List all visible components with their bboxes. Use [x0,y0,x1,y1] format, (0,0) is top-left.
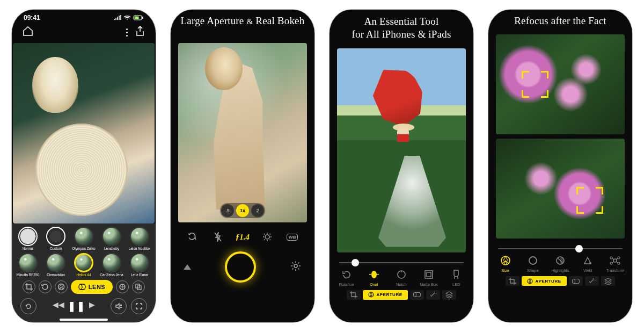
slider-knob[interactable] [352,259,359,266]
lens-leitz-elmar[interactable]: Leitz Elmar [126,253,153,277]
nav-wand-icon[interactable] [426,290,440,300]
lens-label: Normal [23,247,34,251]
tab-transform[interactable]: Transform [602,255,628,273]
slider[interactable] [498,248,623,249]
svg-rect-13 [427,272,431,277]
tab-label: Highlights [552,268,569,273]
tab-label: Notch [396,282,407,287]
lens-label: Cineovision [47,273,65,277]
tab-label: Matte Box [420,282,438,287]
tab-label: Oval [370,282,378,287]
wifi-icon [123,15,131,20]
nav-lens-icon[interactable] [569,276,583,286]
aperture-f-button[interactable]: ƒ1.4 [236,231,250,243]
transform-icon [609,255,621,266]
prev-button[interactable]: ◀◀ [53,300,64,312]
tab-size[interactable]: Size [492,255,519,273]
lens-label: Minolta RF250 [17,273,39,277]
svg-point-4 [79,284,82,290]
settings-button[interactable] [290,260,302,274]
nav-crop-icon[interactable] [506,276,519,286]
nav-crop-icon[interactable] [347,290,361,300]
tab-highlights[interactable]: Highlights [547,255,574,273]
lens-lensbaby[interactable]: Lensbaby [98,227,125,251]
slider[interactable] [339,262,464,263]
tab-label: Rotation [339,282,354,287]
mute-button[interactable] [111,298,127,314]
tab-oval[interactable]: Oval [361,269,387,287]
kebab-menu-button[interactable] [126,28,128,37]
wb-button[interactable]: WB [286,231,299,243]
photo-viewport[interactable]: .51x2 [178,43,307,222]
svg-point-26 [572,279,575,283]
tab-shape[interactable]: Shape [519,255,546,273]
photo-viewport[interactable] [337,48,466,252]
photo-bottom[interactable] [496,139,625,239]
pause-button[interactable]: ❚❚ [68,300,86,312]
tab-led[interactable]: LED [443,269,470,287]
lens-thumbnail [102,253,121,272]
lens-olympus-zuiko[interactable]: Olympus Zuiko [70,227,97,251]
flash-off-button[interactable] [211,231,225,243]
collapse-button[interactable] [184,264,191,270]
mode-overlay-button[interactable] [132,280,145,293]
mode-color-button[interactable] [116,280,129,293]
lens-carlzeiss-jena[interactable]: CarlZeiss Jena [98,253,125,277]
signal-icon [114,15,121,20]
lens-minolta-rf250[interactable]: Minolta RF250 [14,253,41,277]
svg-rect-2 [142,17,143,19]
svg-point-10 [371,271,377,278]
tab-vivid[interactable]: Vivid [574,255,601,273]
tab-label: LED [452,282,460,287]
zoom-2[interactable]: 2 [251,204,264,217]
fullscreen-button[interactable] [131,298,147,314]
tab-label: Vivid [583,268,592,273]
slider-knob[interactable] [575,245,583,252]
lens-thumbnail [102,227,121,246]
mode-loop-button[interactable] [39,280,52,293]
refresh-button[interactable] [186,231,200,243]
focus-indicator-top[interactable] [522,71,548,98]
lens-thumbnail [18,253,38,272]
lens-thumbnail [130,253,149,272]
top-bar [12,23,156,43]
nav-lens-icon[interactable] [410,290,424,300]
focus-indicator-bottom[interactable] [576,187,603,214]
nav-aperture-pill[interactable]: APERTURE [363,290,407,300]
mode-aperture-button[interactable] [55,280,68,293]
zoom-selector[interactable]: .51x2 [220,203,265,218]
nav-layers-icon[interactable] [601,276,615,286]
home-button[interactable] [23,26,33,38]
lens-helios-44[interactable]: Helios 44 [70,253,97,277]
matte-icon [422,269,435,280]
mode-crop-button[interactable] [23,280,35,293]
exposure-button[interactable] [260,231,274,243]
tool-row: ƒ1.4 WB [171,222,314,243]
shutter-button[interactable] [225,251,256,283]
photo-top[interactable] [496,34,625,134]
svg-rect-12 [425,271,433,278]
lens-cineovision[interactable]: Cineovision [42,253,69,277]
nav-wand-icon[interactable] [585,276,599,286]
lens-thumbnail [46,253,65,272]
zoom-.5[interactable]: .5 [221,204,234,217]
tab-rotation[interactable]: Rotation [333,269,360,287]
lens-custom[interactable]: Custom [42,227,69,251]
mode-lens-pill[interactable]: LENS [71,280,113,294]
tab-notch[interactable]: Notch [388,269,415,287]
lens-label: Leica Noctilux [129,247,150,251]
tab-matte-box[interactable]: Matte Box [415,269,442,287]
lens-thumbnail [74,253,93,272]
tab-label: Transform [606,268,624,273]
lens-normal[interactable]: Normal [14,227,41,251]
nav-aperture-pill[interactable]: APERTURE [522,276,566,286]
lens-label: CarlZeiss Jena [100,273,123,277]
next-button[interactable]: ▶ [89,300,95,312]
nav-layers-icon[interactable] [442,290,456,300]
share-button[interactable] [135,26,145,39]
zoom-1x[interactable]: 1x [236,204,249,217]
lens-leica-noctilux[interactable]: Leica Noctilux [126,227,153,251]
undo-button[interactable] [20,298,36,314]
phone-screenshot-4: Refocus after the Fact SizeShapeHighligh… [488,10,632,322]
photo-viewport[interactable] [13,43,155,223]
